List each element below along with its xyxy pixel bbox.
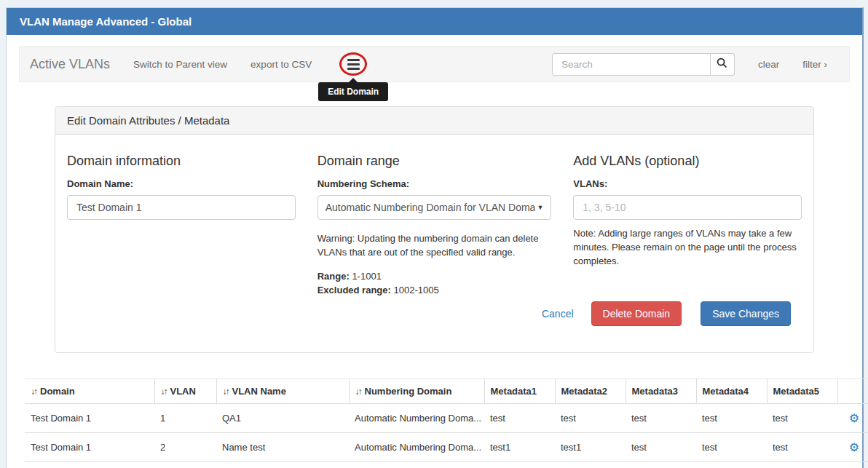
export-csv-link[interactable]: export to CSV — [250, 59, 312, 70]
numbering-warning-text: Warning: Updating the numbering domain c… — [317, 232, 552, 260]
cancel-button[interactable]: Cancel — [542, 308, 574, 320]
sort-icon[interactable]: ↓↑ — [223, 386, 229, 397]
table-cell: test — [484, 404, 555, 433]
table-cell: test — [767, 404, 837, 433]
table-cell: test — [555, 404, 626, 433]
column-header: Metadata1 — [484, 379, 555, 404]
range-label: Range: — [317, 271, 350, 282]
domain-information-heading: Domain information — [67, 154, 296, 169]
switch-parent-view-link[interactable]: Switch to Parent view — [133, 59, 227, 70]
add-vlans-column: Add VLANs (optional) VLANs: Note: Adding… — [573, 146, 802, 297]
column-header[interactable]: ↓↑Domain — [25, 379, 154, 404]
column-header[interactable]: ↓↑VLAN Name — [216, 379, 349, 404]
table-cell: Test42 — [216, 462, 349, 468]
table-cell: Automatic Numbering Doma... — [349, 433, 484, 462]
numbering-schema-select[interactable]: Automatic Numbering Domain for VLAN Doma… — [317, 195, 552, 220]
vlan-table-section: ↓↑Domain↓↑VLAN↓↑VLAN Name↓↑Numbering Dom… — [25, 378, 844, 468]
table-body: Test Domain 11QA1Automatic Numbering Dom… — [25, 404, 868, 468]
range-info: Range: 1-1001 Excluded range: 1002-1005 — [317, 270, 552, 298]
table-cell: test — [626, 404, 696, 433]
vlans-label: VLANs: — [573, 178, 802, 189]
edit-domain-menu-button[interactable]: Edit Domain — [339, 52, 367, 76]
table-cell: test — [484, 462, 555, 468]
vlans-field[interactable] — [573, 195, 802, 220]
page-title: VLAN Manage Advanced - Global — [7, 8, 862, 35]
column-header — [837, 379, 868, 404]
chevron-right-icon: › — [824, 59, 828, 70]
edit-domain-panel: Edit Domain Attributes / Metadata Domain… — [55, 106, 814, 353]
caret-down-icon: ▼ — [537, 204, 543, 211]
column-header: Metadata3 — [626, 379, 696, 404]
gear-icon[interactable]: ⚙ — [849, 441, 859, 453]
app-window: VLAN Manage Advanced - Global Active VLA… — [6, 7, 864, 468]
save-changes-button[interactable]: Save Changes — [701, 301, 791, 326]
excluded-range-value: 1002-1005 — [393, 285, 438, 296]
table-cell: - — [555, 462, 626, 468]
table-cell: test1 — [555, 433, 626, 462]
domain-name-label: Domain Name: — [67, 178, 296, 189]
table-cell: Test Domain 1 — [25, 433, 154, 462]
search-button[interactable] — [711, 53, 735, 76]
clear-link[interactable]: clear — [758, 59, 779, 70]
gear-icon[interactable]: ⚙ — [849, 412, 859, 424]
table-row: Test Domain 12Name testAutomatic Numberi… — [25, 433, 868, 462]
table-row: Test Domain 11QA1Automatic Numbering Dom… — [25, 404, 868, 433]
panel-actions: Cancel Delete Domain Save Changes — [55, 297, 813, 352]
sort-icon[interactable]: ↓↑ — [31, 386, 36, 397]
panel-heading: Edit Domain Attributes / Metadata — [55, 107, 813, 135]
search-group — [552, 53, 735, 76]
sort-icon[interactable]: ↓↑ — [355, 386, 361, 397]
table-cell: 3 — [154, 462, 216, 468]
table-cell: test — [626, 433, 696, 462]
hamburger-icon — [347, 59, 360, 61]
row-actions-cell: ⚙ — [837, 433, 868, 462]
range-value: 1-1001 — [352, 271, 381, 282]
delete-domain-button[interactable]: Delete Domain — [591, 301, 682, 326]
panel-body: Domain information Domain Name: Domain r… — [55, 135, 813, 297]
table-cell: test — [696, 433, 767, 462]
row-actions-cell: ⚙ — [837, 462, 868, 468]
vlan-table: ↓↑Domain↓↑VLAN↓↑VLAN Name↓↑Numbering Dom… — [25, 378, 868, 468]
table-cell: Automatic Numbering Doma... — [349, 404, 484, 433]
toolbar: Active VLANs Switch to Parent view expor… — [19, 46, 850, 82]
sort-icon[interactable]: ↓↑ — [161, 386, 167, 397]
search-input[interactable] — [552, 53, 711, 76]
table-cell: test — [696, 404, 767, 433]
numbering-schema-label: Numbering Schema: — [317, 178, 552, 189]
table-cell: - — [696, 462, 767, 468]
table-cell: 2 — [154, 433, 216, 462]
add-vlans-heading: Add VLANs (optional) — [573, 154, 802, 169]
column-header[interactable]: ↓↑VLAN — [154, 379, 216, 404]
table-head: ↓↑Domain↓↑VLAN↓↑VLAN Name↓↑Numbering Dom… — [25, 379, 868, 404]
column-header: Metadata2 — [555, 379, 626, 404]
table-cell: Name test — [216, 433, 349, 462]
table-cell: QA1 — [216, 404, 349, 433]
domain-information-column: Domain information Domain Name: — [67, 146, 296, 297]
domain-name-field[interactable] — [67, 195, 296, 220]
edit-domain-tooltip: Edit Domain — [318, 82, 388, 101]
table-cell: test — [767, 433, 837, 462]
vlans-note-text: Note: Adding large ranges of VLANs may t… — [573, 227, 802, 269]
filter-link[interactable]: filter › — [802, 59, 827, 70]
table-cell: - — [767, 462, 837, 468]
excluded-range-label: Excluded range: — [317, 285, 391, 296]
active-vlans-heading: Active VLANs — [30, 57, 110, 72]
column-header: Metadata4 — [696, 379, 767, 404]
table-cell: 1 — [154, 404, 216, 433]
column-header[interactable]: ↓↑Numbering Domain — [349, 379, 484, 404]
table-cell: Test Domain 1 — [25, 462, 154, 468]
table-row: Test Domain 13Test42Automatic Numbering … — [25, 462, 868, 468]
table-cell: Test Domain 1 — [25, 404, 154, 433]
column-header: Metadata5 — [767, 379, 837, 404]
domain-range-column: Domain range Numbering Schema: Automatic… — [317, 146, 552, 297]
table-cell: test — [626, 462, 696, 468]
row-actions-cell: ⚙ — [837, 404, 868, 433]
domain-range-heading: Domain range — [317, 154, 552, 169]
table-cell: test1 — [484, 433, 555, 462]
table-cell: Automatic Numbering Doma... — [349, 462, 484, 468]
search-icon — [717, 57, 727, 71]
